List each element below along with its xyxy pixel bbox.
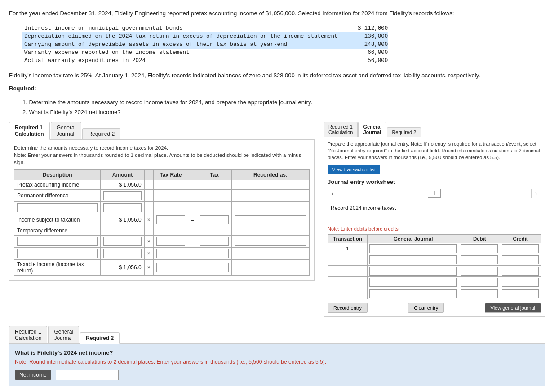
tab-req1-calc-left[interactable]: Required 1Calculation bbox=[9, 122, 50, 140]
tab-general-journal-right[interactable]: GeneralJournal bbox=[358, 122, 386, 137]
ws-input-taxrate-income-subj[interactable] bbox=[156, 215, 185, 224]
ws-input-temp1-tax[interactable] bbox=[200, 237, 229, 246]
data-item-label-2: Carrying amount of depreciable assets in… bbox=[22, 40, 356, 49]
jt-input-debit-5[interactable] bbox=[461, 289, 498, 298]
jt-input-gj-3[interactable] bbox=[369, 267, 457, 276]
ws-mult-temp bbox=[144, 226, 153, 235]
tab-general-journal-bottom[interactable]: GeneralJournal bbox=[48, 326, 79, 343]
ws-input-temp1-amount[interactable] bbox=[103, 237, 141, 246]
jt-input-credit-5[interactable] bbox=[502, 289, 539, 298]
col-header-amount: Amount bbox=[101, 169, 144, 180]
ws-input-temp2-taxrate[interactable] bbox=[156, 249, 185, 258]
ws-recorded-temp bbox=[232, 226, 310, 235]
net-income-row: Net income bbox=[15, 370, 539, 380]
jt-input-gj-1[interactable] bbox=[369, 244, 457, 253]
jt-input-debit-4[interactable] bbox=[461, 278, 498, 287]
ws-input-temp2-desc[interactable] bbox=[17, 249, 98, 258]
ws-temp1-tax bbox=[197, 235, 232, 247]
ws-row-income-subj: Income subject to taxation $ 1,056.0 × = bbox=[14, 214, 310, 226]
jt-debit-3 bbox=[459, 265, 500, 276]
jt-trans-1: 1 bbox=[328, 243, 368, 254]
ws-input-temp1-desc[interactable] bbox=[17, 237, 98, 246]
ws-row-taxable: Taxable income (income tax return) $ 1,0… bbox=[14, 259, 310, 275]
ws-input-tax-income-subj[interactable] bbox=[200, 215, 229, 224]
jt-row-5 bbox=[328, 288, 541, 299]
bottom-section: Required 1Calculation GeneralJournal Req… bbox=[9, 326, 545, 386]
tab-req2-bottom[interactable]: Required 2 bbox=[80, 332, 120, 344]
view-transaction-btn[interactable]: View transaction list bbox=[328, 165, 380, 174]
ws-empty1-taxrate bbox=[153, 201, 188, 214]
ws-input-temp1-recorded[interactable] bbox=[235, 237, 306, 246]
ws-amount-income-subj: $ 1,056.0 bbox=[101, 214, 144, 226]
jt-input-debit-1[interactable] bbox=[461, 244, 498, 253]
jt-row-1: 1 bbox=[328, 243, 541, 254]
jt-input-debit-2[interactable] bbox=[461, 255, 498, 264]
right-content: Prepare the appropriate journal entry. N… bbox=[324, 137, 545, 317]
jt-input-credit-2[interactable] bbox=[502, 255, 539, 264]
ws-taxrate-pretax bbox=[153, 180, 188, 189]
ws-eq-income-subj: = bbox=[188, 214, 197, 226]
ws-note-text: Determine the amounts necessary to recor… bbox=[14, 145, 168, 151]
journal-table: Transaction General Journal Debit Credit… bbox=[328, 234, 541, 299]
ws-input-empty1-amount[interactable] bbox=[103, 203, 141, 212]
ws-empty1-desc bbox=[14, 201, 101, 214]
ws-mult-perm bbox=[144, 189, 153, 201]
ws-row-temp2: × = bbox=[14, 247, 310, 259]
nav-prev-btn[interactable]: ‹ bbox=[328, 189, 337, 198]
view-general-journal-btn[interactable]: View general journal bbox=[485, 303, 541, 313]
ws-desc-temp: Temporary difference bbox=[14, 226, 101, 235]
ws-temp1-recorded bbox=[232, 235, 310, 247]
ws-input-temp2-recorded[interactable] bbox=[235, 249, 306, 258]
ws-input-recorded-taxable[interactable] bbox=[235, 263, 306, 272]
ws-eq-pretax bbox=[188, 180, 197, 189]
clear-entry-btn[interactable]: Clear entry bbox=[408, 303, 444, 313]
ws-eq-perm bbox=[188, 189, 197, 201]
ws-desc-pretax: Pretax accounting income bbox=[14, 180, 101, 189]
ws-row-perm: Permanent difference bbox=[14, 189, 310, 201]
jt-row-2 bbox=[328, 254, 541, 265]
ws-temp1-desc bbox=[14, 235, 101, 247]
jt-trans-5 bbox=[328, 288, 368, 299]
jt-debit-2 bbox=[459, 254, 500, 265]
tab-req1-calc-right[interactable]: Required 1Calculation bbox=[324, 122, 358, 137]
tab-req1-calc-bottom[interactable]: Required 1Calculation bbox=[9, 326, 47, 343]
jt-credit-3 bbox=[500, 265, 541, 276]
jt-input-gj-4[interactable] bbox=[369, 278, 457, 287]
ws-input-temp1-taxrate[interactable] bbox=[156, 237, 185, 246]
ws-input-taxrate-taxable[interactable] bbox=[156, 263, 185, 272]
ws-mult-income-subj: × bbox=[144, 214, 153, 226]
ws-eq-temp bbox=[188, 226, 197, 235]
ws-input-perm-amount[interactable] bbox=[103, 191, 141, 200]
jt-debit-1 bbox=[459, 243, 500, 254]
ws-input-temp2-tax[interactable] bbox=[200, 249, 229, 258]
jt-input-gj-2[interactable] bbox=[369, 255, 457, 264]
jt-col-credit: Credit bbox=[500, 234, 541, 243]
ws-recorded-income-subj bbox=[232, 214, 310, 226]
col-header-eq bbox=[188, 169, 197, 180]
ws-temp2-taxrate bbox=[153, 247, 188, 259]
bottom-note: Note: Round intermediate calculations to… bbox=[15, 359, 539, 365]
ws-input-recorded-income-subj[interactable] bbox=[235, 215, 306, 224]
ws-input-empty1-desc[interactable] bbox=[17, 203, 98, 212]
tab-general-journal-left[interactable]: GeneralJournal bbox=[51, 122, 82, 139]
tab-req2-right[interactable]: Required 2 bbox=[387, 127, 421, 137]
col-header-recorded: Recorded as: bbox=[232, 169, 310, 180]
ws-input-tax-taxable[interactable] bbox=[200, 263, 229, 272]
jt-input-debit-3[interactable] bbox=[461, 267, 498, 276]
ws-taxrate-perm bbox=[153, 189, 188, 201]
record-entry-btn[interactable]: Record entry bbox=[328, 303, 368, 313]
jt-input-credit-4[interactable] bbox=[502, 278, 539, 287]
main-layout: Required 1Calculation GeneralJournal Req… bbox=[9, 122, 545, 317]
required-section: Required: bbox=[9, 84, 545, 93]
ws-row-pretax: Pretax accounting income $ 1,056.0 bbox=[14, 180, 310, 189]
jt-input-credit-3[interactable] bbox=[502, 267, 539, 276]
ws-temp2-recorded bbox=[232, 247, 310, 259]
jt-input-gj-5[interactable] bbox=[369, 289, 457, 298]
ws-input-temp2-amount[interactable] bbox=[103, 249, 141, 258]
nav-next-btn[interactable]: › bbox=[531, 189, 541, 198]
body-text: Fidelity's income tax rate is 25%. At Ja… bbox=[9, 71, 545, 80]
jt-gj-5 bbox=[368, 288, 459, 299]
tab-req2-left[interactable]: Required 2 bbox=[82, 128, 120, 139]
net-income-input[interactable] bbox=[56, 370, 119, 380]
jt-input-credit-1[interactable] bbox=[502, 244, 539, 253]
